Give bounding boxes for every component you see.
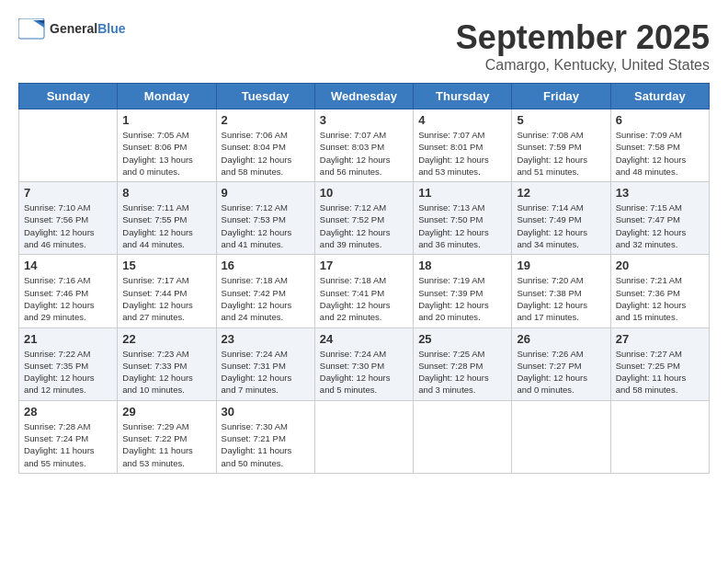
day-header-monday: Monday (118, 84, 216, 109)
location-title: Camargo, Kentucky, United States (456, 57, 710, 74)
calendar-cell: 10Sunrise: 7:12 AM Sunset: 7:52 PM Dayli… (314, 182, 413, 255)
calendar-cell: 18Sunrise: 7:19 AM Sunset: 7:39 PM Dayli… (414, 255, 512, 327)
day-header-thursday: Thursday (414, 84, 512, 109)
cell-content: Sunrise: 7:21 AM Sunset: 7:36 PM Dayligh… (616, 274, 704, 323)
calendar-cell: 1Sunrise: 7:05 AM Sunset: 8:06 PM Daylig… (118, 109, 216, 182)
day-number: 26 (517, 332, 605, 346)
day-number: 3 (320, 113, 408, 127)
page-header: GeneralBlue September 2025 Camargo, Kent… (18, 18, 710, 74)
title-area: September 2025 Camargo, Kentucky, United… (456, 18, 710, 74)
day-number: 23 (222, 332, 310, 346)
day-header-friday: Friday (512, 84, 610, 109)
calendar-week-row: 7Sunrise: 7:10 AM Sunset: 7:56 PM Daylig… (19, 182, 710, 255)
cell-content: Sunrise: 7:05 AM Sunset: 8:06 PM Dayligh… (122, 129, 210, 178)
cell-content: Sunrise: 7:08 AM Sunset: 7:59 PM Dayligh… (517, 129, 605, 178)
cell-content: Sunrise: 7:29 AM Sunset: 7:22 PM Dayligh… (122, 420, 210, 469)
calendar-week-row: 14Sunrise: 7:16 AM Sunset: 7:46 PM Dayli… (19, 255, 710, 327)
calendar-cell (610, 400, 709, 473)
cell-content: Sunrise: 7:22 AM Sunset: 7:35 PM Dayligh… (24, 348, 112, 396)
calendar-cell: 3Sunrise: 7:07 AM Sunset: 8:03 PM Daylig… (314, 109, 413, 182)
logo-blue: Blue (97, 21, 125, 36)
day-number: 17 (320, 259, 408, 272)
cell-content: Sunrise: 7:07 AM Sunset: 8:03 PM Dayligh… (320, 129, 408, 178)
day-number: 15 (122, 259, 210, 272)
day-number: 25 (418, 332, 506, 346)
day-number: 9 (222, 186, 310, 200)
calendar-cell: 12Sunrise: 7:14 AM Sunset: 7:49 PM Dayli… (512, 182, 610, 255)
cell-content: Sunrise: 7:16 AM Sunset: 7:46 PM Dayligh… (24, 274, 112, 323)
cell-content: Sunrise: 7:23 AM Sunset: 7:33 PM Dayligh… (122, 348, 210, 396)
cell-content: Sunrise: 7:12 AM Sunset: 7:53 PM Dayligh… (222, 201, 310, 250)
cell-content: Sunrise: 7:11 AM Sunset: 7:55 PM Dayligh… (122, 201, 210, 250)
calendar-cell: 28Sunrise: 7:28 AM Sunset: 7:24 PM Dayli… (19, 400, 118, 473)
cell-content: Sunrise: 7:12 AM Sunset: 7:52 PM Dayligh… (320, 201, 408, 250)
calendar-cell: 6Sunrise: 7:09 AM Sunset: 7:58 PM Daylig… (610, 109, 709, 182)
cell-content: Sunrise: 7:18 AM Sunset: 7:42 PM Dayligh… (222, 274, 310, 323)
day-number: 12 (517, 186, 605, 200)
calendar-cell (19, 109, 118, 182)
calendar-cell: 24Sunrise: 7:24 AM Sunset: 7:30 PM Dayli… (314, 327, 413, 400)
day-number: 20 (616, 259, 704, 272)
calendar-cell: 22Sunrise: 7:23 AM Sunset: 7:33 PM Dayli… (118, 327, 216, 400)
day-number: 8 (122, 186, 210, 200)
cell-content: Sunrise: 7:07 AM Sunset: 8:01 PM Dayligh… (418, 129, 506, 178)
cell-content: Sunrise: 7:19 AM Sunset: 7:39 PM Dayligh… (418, 274, 506, 323)
calendar-cell: 25Sunrise: 7:25 AM Sunset: 7:28 PM Dayli… (414, 327, 512, 400)
day-number: 13 (616, 186, 704, 200)
day-number: 21 (24, 332, 112, 346)
calendar-cell (314, 400, 413, 473)
calendar-cell: 23Sunrise: 7:24 AM Sunset: 7:31 PM Dayli… (216, 327, 314, 400)
day-number: 5 (517, 113, 605, 127)
day-number: 2 (222, 113, 310, 127)
cell-content: Sunrise: 7:26 AM Sunset: 7:27 PM Dayligh… (517, 348, 605, 396)
cell-content: Sunrise: 7:17 AM Sunset: 7:44 PM Dayligh… (122, 274, 210, 323)
cell-content: Sunrise: 7:24 AM Sunset: 7:31 PM Dayligh… (222, 348, 310, 396)
calendar-cell: 21Sunrise: 7:22 AM Sunset: 7:35 PM Dayli… (19, 327, 118, 400)
calendar-cell: 5Sunrise: 7:08 AM Sunset: 7:59 PM Daylig… (512, 109, 610, 182)
calendar-cell: 26Sunrise: 7:26 AM Sunset: 7:27 PM Dayli… (512, 327, 610, 400)
calendar-cell: 11Sunrise: 7:13 AM Sunset: 7:50 PM Dayli… (414, 182, 512, 255)
calendar-cell (512, 400, 610, 473)
cell-content: Sunrise: 7:09 AM Sunset: 7:58 PM Dayligh… (616, 129, 704, 178)
calendar-cell: 14Sunrise: 7:16 AM Sunset: 7:46 PM Dayli… (19, 255, 118, 327)
cell-content: Sunrise: 7:30 AM Sunset: 7:21 PM Dayligh… (222, 420, 310, 469)
day-number: 27 (616, 332, 704, 346)
calendar-cell (414, 400, 512, 473)
cell-content: Sunrise: 7:25 AM Sunset: 7:28 PM Dayligh… (418, 348, 506, 396)
day-number: 6 (616, 113, 704, 127)
day-number: 18 (418, 259, 506, 272)
cell-content: Sunrise: 7:28 AM Sunset: 7:24 PM Dayligh… (24, 420, 112, 469)
day-number: 29 (122, 405, 210, 419)
calendar-cell: 20Sunrise: 7:21 AM Sunset: 7:36 PM Dayli… (610, 255, 709, 327)
cell-content: Sunrise: 7:27 AM Sunset: 7:25 PM Dayligh… (616, 348, 704, 396)
calendar-cell: 17Sunrise: 7:18 AM Sunset: 7:41 PM Dayli… (314, 255, 413, 327)
cell-content: Sunrise: 7:06 AM Sunset: 8:04 PM Dayligh… (222, 129, 310, 178)
calendar-cell: 7Sunrise: 7:10 AM Sunset: 7:56 PM Daylig… (19, 182, 118, 255)
calendar-week-row: 21Sunrise: 7:22 AM Sunset: 7:35 PM Dayli… (19, 327, 710, 400)
cell-content: Sunrise: 7:15 AM Sunset: 7:47 PM Dayligh… (616, 201, 704, 250)
logo-icon (18, 18, 46, 40)
cell-content: Sunrise: 7:18 AM Sunset: 7:41 PM Dayligh… (320, 274, 408, 323)
cell-content: Sunrise: 7:14 AM Sunset: 7:49 PM Dayligh… (517, 201, 605, 250)
day-header-tuesday: Tuesday (216, 84, 314, 109)
calendar-cell: 8Sunrise: 7:11 AM Sunset: 7:55 PM Daylig… (118, 182, 216, 255)
day-number: 14 (24, 259, 112, 272)
calendar-week-row: 28Sunrise: 7:28 AM Sunset: 7:24 PM Dayli… (19, 400, 710, 473)
calendar-cell: 4Sunrise: 7:07 AM Sunset: 8:01 PM Daylig… (414, 109, 512, 182)
day-header-wednesday: Wednesday (314, 84, 413, 109)
day-number: 11 (418, 186, 506, 200)
calendar-cell: 2Sunrise: 7:06 AM Sunset: 8:04 PM Daylig… (216, 109, 314, 182)
calendar-cell: 19Sunrise: 7:20 AM Sunset: 7:38 PM Dayli… (512, 255, 610, 327)
cell-content: Sunrise: 7:20 AM Sunset: 7:38 PM Dayligh… (517, 274, 605, 323)
logo-general: General (50, 21, 97, 36)
day-number: 10 (320, 186, 408, 200)
day-header-saturday: Saturday (610, 84, 709, 109)
day-number: 19 (517, 259, 605, 272)
cell-content: Sunrise: 7:13 AM Sunset: 7:50 PM Dayligh… (418, 201, 506, 250)
day-number: 7 (24, 186, 112, 200)
day-number: 24 (320, 332, 408, 346)
calendar-cell: 15Sunrise: 7:17 AM Sunset: 7:44 PM Dayli… (118, 255, 216, 327)
day-header-sunday: Sunday (19, 84, 118, 109)
calendar-cell: 13Sunrise: 7:15 AM Sunset: 7:47 PM Dayli… (610, 182, 709, 255)
cell-content: Sunrise: 7:10 AM Sunset: 7:56 PM Dayligh… (24, 201, 112, 250)
